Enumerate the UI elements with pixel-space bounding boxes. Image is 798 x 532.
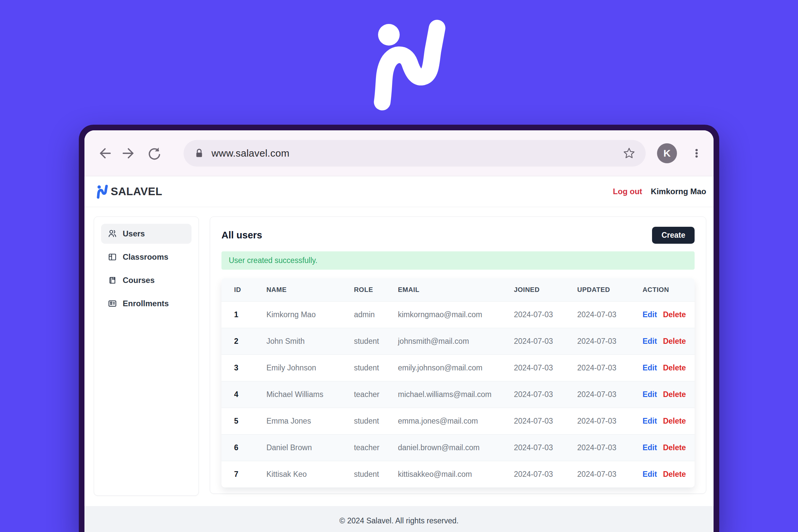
table-row: 1 Kimkorng Mao admin kimkorngmao@mail.co… bbox=[222, 302, 695, 328]
edit-link[interactable]: Edit bbox=[642, 390, 657, 399]
purple-backdrop: www.salavel.com K bbox=[0, 0, 798, 532]
cell-id: 2 bbox=[222, 328, 266, 355]
table-row: 6 Daniel Brown teacher daniel.brown@mail… bbox=[222, 435, 695, 461]
sidebar-item-label: Enrollments bbox=[123, 299, 169, 308]
cell-updated: 2024-07-03 bbox=[577, 328, 642, 355]
cell-role: student bbox=[354, 461, 398, 488]
sidebar-item-classrooms[interactable]: Classrooms bbox=[101, 247, 191, 267]
edit-link[interactable]: Edit bbox=[642, 363, 657, 372]
sidebar-item-label: Courses bbox=[123, 276, 155, 285]
cell-name: Michael Williams bbox=[266, 381, 354, 408]
cell-id: 3 bbox=[222, 355, 266, 381]
menu-dots-icon[interactable] bbox=[691, 146, 702, 161]
col-updated: UPDATED bbox=[577, 278, 642, 302]
sidebar-item-users[interactable]: Users bbox=[101, 224, 191, 244]
cell-updated: 2024-07-03 bbox=[577, 408, 642, 435]
delete-link[interactable]: Delete bbox=[663, 337, 686, 345]
forward-icon[interactable] bbox=[121, 145, 137, 161]
cell-role: admin bbox=[354, 302, 398, 328]
table-row: 7 Kittisak Keo student kittisakkeo@mail.… bbox=[222, 461, 695, 488]
delete-link[interactable]: Delete bbox=[663, 310, 686, 319]
edit-link[interactable]: Edit bbox=[642, 417, 657, 425]
sidebar-item-label: Users bbox=[123, 229, 145, 239]
cell-joined: 2024-07-03 bbox=[514, 435, 577, 461]
table-row: 3 Emily Johnson student emily.johnson@ma… bbox=[222, 355, 695, 381]
cell-name: Emma Jones bbox=[266, 408, 354, 435]
col-action: ACTION bbox=[642, 278, 695, 302]
cell-role: student bbox=[354, 328, 398, 355]
cell-email: johnsmith@mail.com bbox=[398, 328, 514, 355]
cell-id: 1 bbox=[222, 302, 266, 328]
delete-link[interactable]: Delete bbox=[663, 443, 686, 452]
cell-email: daniel.brown@mail.com bbox=[398, 435, 514, 461]
col-name: NAME bbox=[266, 278, 354, 302]
create-button[interactable]: Create bbox=[652, 227, 695, 244]
copyright-text: © 2024 Salavel. All rights reserved. bbox=[340, 516, 458, 525]
cell-email: michael.williams@mail.com bbox=[398, 381, 514, 408]
delete-link[interactable]: Delete bbox=[663, 470, 686, 478]
classrooms-icon bbox=[108, 252, 117, 262]
sidebar-item-enrollments[interactable]: Enrollments bbox=[101, 293, 191, 314]
table-row: 2 John Smith student johnsmith@mail.com … bbox=[222, 328, 695, 355]
content-area: Users Classrooms bbox=[84, 207, 714, 506]
logout-link[interactable]: Log out bbox=[613, 187, 642, 196]
edit-link[interactable]: Edit bbox=[642, 310, 657, 319]
current-user-name: Kimkorng Mao bbox=[651, 187, 706, 196]
url-bar[interactable]: www.salavel.com bbox=[184, 140, 646, 167]
browser-toolbar: www.salavel.com K bbox=[84, 130, 714, 176]
cell-joined: 2024-07-03 bbox=[514, 381, 577, 408]
cell-id: 5 bbox=[222, 408, 266, 435]
cell-email: emma.jones@mail.com bbox=[398, 408, 514, 435]
brand-name: SALAVEL bbox=[111, 185, 162, 198]
sidebar: Users Classrooms bbox=[94, 216, 199, 496]
cell-role: student bbox=[354, 355, 398, 381]
cell-name: Daniel Brown bbox=[266, 435, 354, 461]
cell-updated: 2024-07-03 bbox=[577, 381, 642, 408]
url-text[interactable]: www.salavel.com bbox=[211, 148, 623, 159]
sidebar-item-courses[interactable]: Courses bbox=[101, 270, 191, 290]
cell-updated: 2024-07-03 bbox=[577, 302, 642, 328]
reload-icon[interactable] bbox=[146, 145, 162, 161]
star-icon[interactable] bbox=[623, 147, 636, 160]
edit-link[interactable]: Edit bbox=[642, 337, 657, 345]
enrollments-icon bbox=[108, 299, 117, 308]
profile-avatar[interactable]: K bbox=[657, 143, 677, 163]
cell-joined: 2024-07-03 bbox=[514, 461, 577, 488]
cell-id: 6 bbox=[222, 435, 266, 461]
cell-email: kittisakkeo@mail.com bbox=[398, 461, 514, 488]
delete-link[interactable]: Delete bbox=[663, 417, 686, 425]
account-area: Log out Kimkorng Mao bbox=[613, 187, 706, 196]
courses-icon bbox=[108, 276, 117, 285]
edit-link[interactable]: Edit bbox=[642, 443, 657, 452]
col-role: ROLE bbox=[354, 278, 398, 302]
panel-header: All users Create bbox=[222, 227, 695, 243]
cell-joined: 2024-07-03 bbox=[514, 328, 577, 355]
salavel-glyph-icon bbox=[94, 184, 110, 199]
site-header: SALAVEL Log out Kimkorng Mao bbox=[84, 176, 714, 207]
users-icon bbox=[108, 229, 117, 239]
delete-link[interactable]: Delete bbox=[663, 390, 686, 399]
site-footer: © 2024 Salavel. All rights reserved. bbox=[84, 506, 714, 532]
cell-updated: 2024-07-03 bbox=[577, 435, 642, 461]
brand-logo[interactable]: SALAVEL bbox=[94, 184, 162, 199]
users-table: ID NAME ROLE EMAIL JOINED UPDATED ACTION bbox=[222, 278, 695, 488]
cell-email: kimkorngmao@mail.com bbox=[398, 302, 514, 328]
col-joined: JOINED bbox=[514, 278, 577, 302]
back-icon[interactable] bbox=[96, 145, 112, 161]
cell-name: Kittisak Keo bbox=[266, 461, 354, 488]
cell-role: teacher bbox=[354, 435, 398, 461]
cell-name: John Smith bbox=[266, 328, 354, 355]
cell-name: Emily Johnson bbox=[266, 355, 354, 381]
cell-updated: 2024-07-03 bbox=[577, 355, 642, 381]
cell-email: emily.johnson@mail.com bbox=[398, 355, 514, 381]
edit-link[interactable]: Edit bbox=[642, 470, 657, 478]
table-row: 4 Michael Williams teacher michael.willi… bbox=[222, 381, 695, 408]
delete-link[interactable]: Delete bbox=[663, 363, 686, 372]
cell-joined: 2024-07-03 bbox=[514, 408, 577, 435]
success-alert: User created successfully. bbox=[222, 251, 695, 270]
site-page: SALAVEL Log out Kimkorng Mao bbox=[84, 176, 714, 532]
cell-role: teacher bbox=[354, 381, 398, 408]
salavel-logo-large bbox=[357, 14, 459, 114]
cell-joined: 2024-07-03 bbox=[514, 302, 577, 328]
cell-joined: 2024-07-03 bbox=[514, 355, 577, 381]
